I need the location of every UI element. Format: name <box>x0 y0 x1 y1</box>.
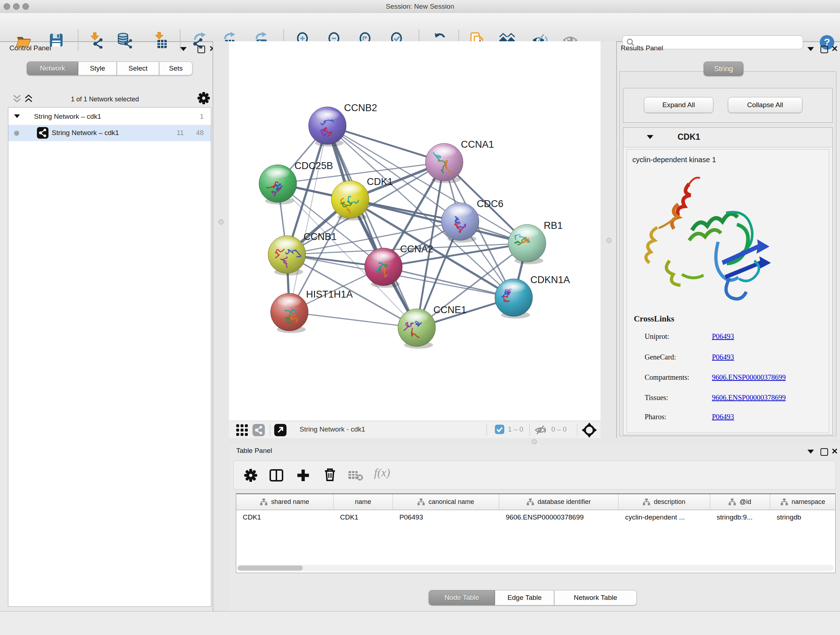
collapse-all-button[interactable]: Collapse All <box>728 97 802 113</box>
vertical-splitter-handle[interactable] <box>218 219 224 225</box>
results-node-header[interactable]: CDK1 <box>623 128 832 147</box>
table-row[interactable]: CDK1CDK1P064939606.ENSP00000378699cyclin… <box>236 510 835 524</box>
crosslink-label: Compartments: <box>645 373 689 382</box>
column-header-sharedname[interactable]: shared name <box>236 494 333 510</box>
title-bar: Session: New Session <box>0 0 840 13</box>
current-network-dot <box>14 131 19 136</box>
expand-all-tree-icon[interactable] <box>24 94 33 105</box>
viewbar-separator <box>529 423 530 436</box>
hidden-eye-icon[interactable] <box>534 424 546 438</box>
results-panel-undock-icon[interactable] <box>821 46 828 53</box>
application-window: Session: New Session <box>0 0 840 635</box>
show-grid-icon[interactable] <box>236 424 248 438</box>
network-node-HIST1H1A[interactable]: HIST1H1A <box>271 289 353 333</box>
protein-structure-image <box>635 169 787 305</box>
node-section-caret[interactable] <box>647 135 653 139</box>
import-network-from-file-icon[interactable] <box>88 32 104 49</box>
network-node-RB1[interactable]: RB1 <box>508 220 563 264</box>
column-header-canonicalname[interactable]: canonical name <box>393 494 499 510</box>
table-cell[interactable]: P06493 <box>393 510 499 524</box>
node-label-CCNA1: CCNA1 <box>461 139 494 150</box>
crosslink-label: Uniprot: <box>645 333 669 340</box>
crosslink-link[interactable]: P06493 <box>712 413 734 421</box>
control-panel-float-icon[interactable] <box>180 47 187 51</box>
status-bar: Memory <box>0 611 840 635</box>
vertical-splitter[interactable] <box>213 41 229 611</box>
tab-edge-table[interactable]: Edge Table <box>495 590 554 605</box>
table-cell[interactable]: stringdb:9... <box>710 510 770 524</box>
selected-checkbox-icon[interactable] <box>495 424 504 435</box>
crosslinks-title: CrossLinks <box>634 314 674 324</box>
table-cell[interactable]: 9606.ENSP00000378699 <box>499 510 619 524</box>
window-title: Session: New Session <box>0 3 840 11</box>
crosslink-link[interactable]: 9606.ENSP00000378699 <box>712 373 786 382</box>
node-table[interactable]: shared namenamecanonical namedatabase id… <box>236 494 836 573</box>
network-canvas[interactable]: CCNB2 CCNA1 CDC25B CDK1 CDC6 RB1 CCNB1 <box>229 41 600 421</box>
table-options-gear-icon[interactable] <box>243 468 258 484</box>
right-splitter-handle[interactable] <box>606 238 611 243</box>
tab-string[interactable]: String <box>704 62 744 76</box>
tab-style[interactable]: Style <box>78 62 117 75</box>
results-panel-title: Results Panel <box>621 44 663 52</box>
collection-label: String Network – cdk1 <box>34 112 101 120</box>
table-cell[interactable]: stringdb <box>770 510 836 524</box>
network-edge[interactable] <box>289 312 417 328</box>
network-graph[interactable]: CCNB2 CCNA1 CDC25B CDK1 CDC6 RB1 CCNB1 <box>229 41 600 421</box>
network-node-CCNA2[interactable]: CCNA2 <box>365 244 433 288</box>
results-panel-float-icon[interactable] <box>807 47 814 51</box>
right-splitter-line <box>616 41 617 438</box>
network-options-gear-icon[interactable] <box>197 91 210 106</box>
column-header-description[interactable]: description <box>619 494 710 510</box>
network-collection-row[interactable]: String Network – cdk1 1 <box>8 109 211 125</box>
crosslink-link[interactable]: P06493 <box>712 353 734 361</box>
column-header-namespace[interactable]: namespace <box>770 494 836 510</box>
table-scrollbar-thumb[interactable] <box>238 565 303 570</box>
table-panel-close-icon[interactable]: ✕ <box>831 448 838 455</box>
network-list: String Network – cdk1 1 String Network –… <box>8 107 211 607</box>
network-node-CDKN1A[interactable]: CDKN1A <box>495 274 570 318</box>
crosslink-link[interactable]: 9606.ENSP00000378699 <box>712 394 786 402</box>
show-columns-icon[interactable] <box>269 468 284 484</box>
network-node-CCNB1[interactable]: CCNB1 <box>268 231 337 276</box>
delete-column-icon[interactable] <box>323 467 337 483</box>
network-edge[interactable] <box>384 267 514 298</box>
network-edge[interactable] <box>289 126 327 312</box>
import-network-from-database-icon[interactable] <box>116 32 133 49</box>
main-toolbar: ? <box>0 13 840 42</box>
results-panel-close-icon[interactable]: ✕ <box>831 46 838 52</box>
column-header-databaseidentifier[interactable]: database identifier <box>499 494 619 510</box>
open-in-new-window-icon[interactable] <box>274 424 286 438</box>
string-network-icon <box>37 127 49 141</box>
control-panel-undock-icon[interactable] <box>197 46 205 53</box>
network-node-CCNE1[interactable]: CCNE1 <box>398 304 467 348</box>
birdseye-crosshair-icon[interactable] <box>581 422 597 440</box>
table-cell[interactable]: cyclin-dependent ... <box>619 510 710 524</box>
column-header-name[interactable]: name <box>333 494 393 510</box>
collection-expand-caret[interactable] <box>14 114 20 118</box>
table-cell[interactable]: CDK1 <box>236 510 333 524</box>
network-share-icon[interactable] <box>253 424 265 438</box>
table-horizontal-scrollbar[interactable] <box>237 565 834 571</box>
table-panel-undock-icon[interactable] <box>821 448 828 456</box>
function-builder-icon: f(x) <box>374 466 390 479</box>
table-toolbar: f(x) <box>233 461 836 489</box>
tab-network-table[interactable]: Network Table <box>554 590 637 605</box>
crosslink-link[interactable]: P06493 <box>712 333 734 340</box>
expand-all-button[interactable]: Expand All <box>644 97 714 113</box>
add-column-icon[interactable] <box>296 468 310 484</box>
collapse-all-tree-icon[interactable] <box>12 94 22 105</box>
tab-node-table[interactable]: Node Table <box>429 590 495 605</box>
node-label-RB1: RB1 <box>544 220 563 231</box>
network-row-selected[interactable]: String Network – cdk1 11 48 <box>8 125 211 141</box>
tab-network[interactable]: Network <box>27 62 78 75</box>
tab-sets[interactable]: Sets <box>159 62 193 75</box>
table-panel-float-icon[interactable] <box>807 450 814 454</box>
table-cell[interactable]: CDK1 <box>333 510 393 524</box>
crosslink-label: Pharos: <box>645 413 666 421</box>
import-table-from-file-icon[interactable] <box>152 32 169 49</box>
horizontal-splitter-handle[interactable] <box>532 439 537 444</box>
node-label-CCNB2: CCNB2 <box>344 103 377 113</box>
node-label-CDC25B: CDC25B <box>294 160 333 171</box>
column-header-id[interactable]: @id <box>710 494 770 510</box>
tab-select[interactable]: Select <box>117 62 159 75</box>
